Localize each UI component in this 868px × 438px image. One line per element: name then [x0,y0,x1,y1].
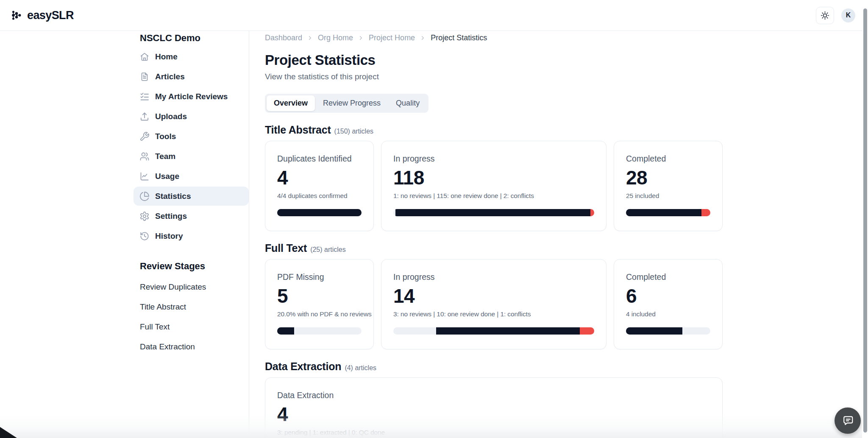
tab-quality[interactable]: Quality [389,95,427,111]
stat-card-value: 6 [626,286,710,306]
section-header: Full Text(25) articles [265,242,723,254]
progress-segment-spacer [393,327,436,335]
stat-card-label: In progress [393,272,594,282]
stat-card-in-progress: In progress1181: no reviews | 115: one r… [381,141,606,231]
review-stages-nav: Review DuplicatesTitle AbstractFull Text… [134,277,249,357]
tab-overview[interactable]: Overview [267,95,315,111]
stat-card-subtitle: 4 included [626,310,710,318]
section-full-text: Full Text(25) articlesPDF Missing520.0% … [265,242,723,349]
stat-card-value: 14 [393,286,594,306]
breadcrumb: DashboardOrg HomeProject HomeProject Sta… [265,33,723,43]
progress-bar [626,327,710,335]
progress-segment-navy [395,209,590,216]
stat-card-subtitle: 3: no reviews | 10: one review done | 1:… [393,310,594,318]
stats-sections: Title Abstract(150) articlesDuplicates I… [265,124,723,438]
chat-icon [841,414,854,427]
stat-card-in-progress: In progress143: no reviews | 10: one rev… [381,259,606,349]
stat-card-value: 118 [393,167,594,188]
logo-icon [10,9,23,22]
stat-card-label: Completed [626,154,710,164]
progress-bar [626,209,710,216]
scrollbar [862,0,868,438]
breadcrumb-item-project-statistics: Project Statistics [431,33,487,42]
progress-segment-red [580,327,594,335]
home-icon [139,52,150,62]
section-title: Title Abstract [265,124,331,136]
chart-line-icon [139,171,150,181]
stat-card-value: 4 [277,404,710,424]
progress-segment-navy [277,327,294,335]
upload-icon [139,112,150,122]
review-stage-data-extraction[interactable]: Data Extraction [134,337,249,357]
sidebar-item-uploads[interactable]: Uploads [134,107,249,126]
stat-card-label: PDF Missing [277,272,362,282]
sidebar-item-my-article-reviews[interactable]: My Article Reviews [134,87,249,106]
user-avatar[interactable]: K [841,8,855,22]
progress-bar [277,209,362,216]
section-header: Title Abstract(150) articles [265,124,723,136]
progress-segment-red [701,209,710,216]
top-header: easySLR K [0,0,868,31]
sidebar-item-team[interactable]: Team [134,147,249,166]
sidebar-item-statistics[interactable]: Statistics [134,187,249,206]
sun-icon [820,11,830,20]
stat-card-label: Completed [626,272,710,282]
tab-review-progress[interactable]: Review Progress [316,95,388,111]
sidebar-item-label: Tools [155,132,176,141]
sidebar-item-label: Statistics [155,192,191,201]
scrollbar-thumb[interactable] [863,8,867,432]
app-window: easySLR K NSCLC Demo HomeArticlesMy Arti… [0,0,868,438]
history-icon [139,231,150,241]
section-header: Data Extraction(4) articles [265,360,723,373]
card-row: PDF Missing520.0% with no PDF & no revie… [265,259,723,349]
sidebar-nav: HomeArticlesMy Article ReviewsUploadsToo… [134,47,249,246]
breadcrumb-item-dashboard[interactable]: Dashboard [265,33,302,42]
stat-card-subtitle: 4/4 duplicates confirmed [277,192,362,200]
breadcrumb-item-org-home[interactable]: Org Home [318,33,353,42]
sidebar-item-history[interactable]: History [134,226,249,246]
sidebar-item-settings[interactable]: Settings [134,206,249,226]
sidebar-item-tools[interactable]: Tools [134,127,249,146]
section-title: Data Extraction [265,360,341,373]
stat-card-pdf-missing: PDF Missing520.0% with no PDF & no revie… [265,259,374,349]
progress-segment-navy [277,209,362,216]
chat-button[interactable] [835,407,861,434]
stat-card-label: In progress [393,154,594,164]
list-checks-icon [139,92,150,102]
theme-toggle-button[interactable] [816,7,834,24]
file-text-icon [139,72,150,82]
sidebar-item-label: Team [155,152,175,161]
sidebar-item-usage[interactable]: Usage [134,167,249,186]
logo-text: easySLR [27,9,74,22]
page-title: Project Statistics [265,52,723,68]
stat-card-value: 4 [277,167,362,188]
section-title-abstract: Title Abstract(150) articlesDuplicates I… [265,124,723,231]
project-name: NSCLC Demo [140,33,249,44]
stat-card-subtitle: 25 included [626,192,710,200]
logo: easySLR [10,9,74,22]
stat-card-completed: Completed64 included [614,259,723,349]
sidebar-item-articles[interactable]: Articles [134,67,249,86]
progress-bar [393,209,594,216]
sidebar-item-home[interactable]: Home [134,47,249,66]
chevron-right-icon [358,35,364,41]
sidebar-item-label: My Article Reviews [155,92,228,101]
breadcrumb-item-project-home[interactable]: Project Home [369,33,415,42]
review-stage-full-text[interactable]: Full Text [134,317,249,337]
progress-bar [393,327,594,335]
section-title: Full Text [265,242,307,254]
pie-chart-icon [139,191,150,201]
review-stage-review-duplicates[interactable]: Review Duplicates [134,277,249,297]
page-subtitle: View the statistics of this project [265,72,723,81]
chevron-right-icon [420,35,426,41]
header-actions: K [816,7,855,24]
sidebar-item-label: Usage [155,172,179,181]
chevron-right-icon [307,35,313,41]
progress-segment-navy [626,327,682,335]
progress-segment-navy [436,327,580,335]
card-row: Duplicates Identified44/4 duplicates con… [265,141,723,231]
mouse-cursor [0,427,17,438]
sidebar-item-label: Settings [155,212,187,221]
review-stage-title-abstract[interactable]: Title Abstract [134,297,249,317]
stat-card-subtitle: 1: no reviews | 115: one review done | 2… [393,192,594,200]
